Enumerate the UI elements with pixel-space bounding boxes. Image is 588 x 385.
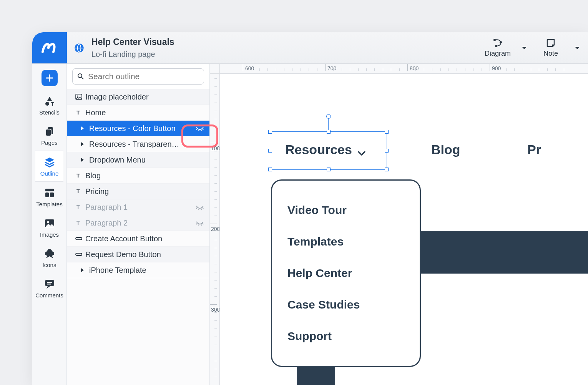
nav-rail-templates[interactable]: Templates [35,182,63,212]
resize-handle-s[interactable] [327,168,331,171]
comments-icon [44,278,55,290]
outline-item[interactable]: iPhone Template [67,262,209,278]
note-tool-button[interactable]: Note [533,38,568,58]
outline-item[interactable]: Resources - Transparen… [67,136,209,152]
project-title: Help Center Visuals [91,36,174,48]
nav-item-blog[interactable]: Blog [431,142,460,157]
outline-item-label: Image placeholder [85,93,149,101]
images-icon [44,217,55,229]
dropdown-item[interactable]: Video Tour [287,194,404,226]
visibility-hidden-icon[interactable] [196,204,204,211]
nav-rail-label: Templates [36,201,62,207]
resize-handle-se[interactable] [385,168,389,171]
moqups-logo-icon [40,39,59,57]
svg-rect-24 [76,237,82,240]
svg-rect-10 [50,192,54,197]
resize-handle-ne[interactable] [385,130,389,134]
visibility-hidden-icon[interactable] [196,219,204,226]
outline-item[interactable]: Create Account Button [67,231,209,247]
diagram-dropdown-toggle[interactable] [519,46,530,50]
resize-handle-w[interactable] [268,149,272,153]
page-subtitle: Lo-fi Landing page [91,49,174,60]
note-tool-label: Note [543,50,558,58]
svg-text:T: T [76,110,80,116]
dropdown-item[interactable]: Case Studies [287,289,404,320]
nav-rail-label: Icons [43,262,56,268]
resize-handle-nw[interactable] [268,130,272,134]
templates-icon [44,187,55,199]
svg-rect-25 [76,253,82,256]
diagram-icon [493,38,503,48]
dropdown-menu-mockup[interactable]: Video TourTemplatesHelp CenterCase Studi… [271,179,421,367]
diagram-tool-label: Diagram [485,50,511,58]
outline-item[interactable]: T Home [67,105,209,121]
app-logo[interactable] [32,32,67,63]
outline-item-label: Blog [85,171,101,180]
vertical-ruler: 100200300400 [210,74,220,385]
nav-rail-label: Pages [41,139,58,146]
outline-item[interactable]: T Pricing [67,184,209,199]
outline-item[interactable]: T Paragraph 1 [67,199,209,215]
resize-handle-n[interactable] [327,130,331,134]
resize-handle-e[interactable] [385,149,389,153]
outline-item[interactable]: Request Demo Button [67,247,209,262]
nav-rail-stencils[interactable]: TStencils [35,90,63,120]
svg-text:T: T [51,101,54,107]
outline-item-label: Dropdown Menu [89,156,146,164]
note-dropdown-toggle[interactable] [572,46,583,50]
outline-item-label: Home [85,108,106,117]
nav-rail-label: Outline [40,170,59,177]
canvas[interactable]: Blog Pr Video TourTemplatesHelp CenterCa… [220,74,588,385]
search-field[interactable] [88,72,199,81]
svg-point-12 [47,221,49,223]
rotation-handle[interactable] [326,114,331,119]
ruler-h-label: 700 [327,65,336,71]
nav-rail-label: Comments [35,292,63,299]
outline-panel: Image placeholder T Home Resources - Col… [67,64,210,385]
svg-point-18 [77,96,78,97]
outline-item-label: Request Demo Button [85,250,161,259]
outline-item-label: Paragraph 2 [85,219,128,227]
ruler-h-label: 600 [245,65,254,71]
svg-text:T: T [76,188,80,194]
button-type-icon [75,235,82,242]
resize-handle-sw[interactable] [268,168,272,171]
outline-tree: Image placeholder T Home Resources - Col… [67,89,209,385]
nav-rail-icons[interactable]: Icons [35,242,63,273]
note-icon [546,38,556,48]
outline-item[interactable]: T Paragraph 2 [67,215,209,231]
ruler-h-label: 800 [410,65,419,71]
dropdown-item[interactable]: Help Center [287,257,404,289]
add-button[interactable] [42,70,58,86]
search-outline-input[interactable] [72,68,204,85]
outline-item[interactable]: T Blog [67,168,209,184]
nav-rail-comments[interactable]: Comments [35,273,63,303]
outline-item-label: Resources - Color Button [89,124,176,133]
ruler-h-label: 900 [492,65,501,71]
outline-item[interactable]: Resources - Color Button [67,121,209,136]
button-type-icon [75,251,82,258]
selection-box[interactable] [270,131,387,170]
nav-rail-images[interactable]: Images [35,212,63,242]
app-header: Help Center Visuals Lo-fi Landing page D… [32,32,588,64]
plus-icon [45,74,54,82]
group-type-icon [79,156,86,163]
svg-text:T: T [76,173,80,179]
app-body: TStencilsPagesOutlineTemplatesImagesIcon… [32,64,588,385]
outline-icon [44,156,55,168]
dropdown-item[interactable]: Support [287,320,404,352]
outline-item[interactable]: Image placeholder [67,89,209,105]
dropdown-item[interactable]: Templates [287,226,404,257]
diagram-tool-button[interactable]: Diagram [480,38,515,58]
canvas-content: Blog Pr Video TourTemplatesHelp CenterCa… [220,74,588,385]
svg-text:T: T [76,220,80,226]
left-nav-rail: TStencilsPagesOutlineTemplatesImagesIcon… [32,64,67,385]
visibility-hidden-icon[interactable] [196,125,204,132]
nav-rail-pages[interactable]: Pages [35,120,63,151]
nav-rail-outline[interactable]: Outline [35,151,63,182]
horizontal-ruler: 600700800900 [220,64,588,74]
outline-item[interactable]: Dropdown Menu [67,152,209,168]
project-title-area[interactable]: Help Center Visuals Lo-fi Landing page [67,32,475,63]
nav-rail-label: Images [40,231,59,238]
nav-item-pricing[interactable]: Pr [527,142,541,157]
